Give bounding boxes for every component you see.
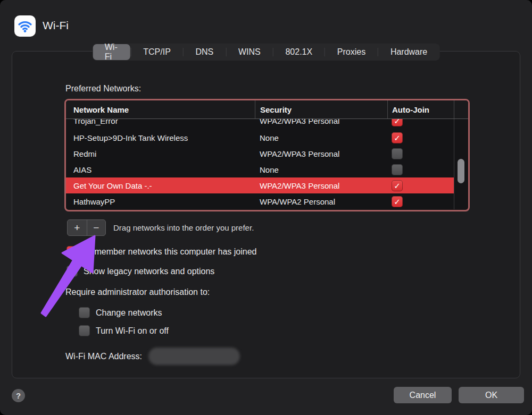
remove-network-button[interactable]: − [87,220,106,235]
security-cell: None [255,165,387,174]
change-networks-checkbox[interactable]: ✓ [79,307,90,318]
table-body: Trojan_Error WPA2/WPA3 Personal ✓ HP-Set… [66,119,468,209]
checkmark-icon: ✓ [69,248,76,256]
ok-button[interactable]: OK [459,387,524,403]
change-networks-option[interactable]: ✓ Change networks [79,307,162,318]
checkmark-icon: ✓ [394,134,401,142]
add-network-button[interactable]: + [68,220,87,235]
network-name-cell: AIAS [66,165,255,174]
turn-wifi-checkbox[interactable]: ✓ [79,325,90,336]
security-cell: WPA2/WPA3 Personal [255,119,387,125]
table-row[interactable]: Redmi WPA2/WPA3 Personal ✓ [66,146,454,162]
table-row[interactable]: AIAS None ✓ [66,162,454,177]
cancel-button[interactable]: Cancel [394,387,452,403]
add-remove-control: + − [67,219,106,236]
legacy-networks-option[interactable]: ✓ Show legacy networks and options [66,266,214,277]
scrollbar-track[interactable] [454,119,468,209]
tab-bar: Wi-Fi TCP/IP DNS WINS 802.1X Proxies Har… [93,44,440,61]
column-header-spacer [454,100,468,118]
legacy-networks-checkbox[interactable]: ✓ [66,266,78,277]
tab-proxies[interactable]: Proxies [325,44,378,61]
drag-hint-text: Drag networks into the order you prefer. [113,223,254,232]
network-name-cell: HP-Setup>9D-Ink Tank Wireless [66,133,255,142]
table-row[interactable]: HathwayPP WPA/WPA2 Personal ✓ [66,193,454,209]
auto-join-checkbox[interactable]: ✓ [392,164,403,175]
tab-hardware[interactable]: Hardware [378,44,439,61]
tab-tcpip[interactable]: TCP/IP [131,44,183,61]
turn-wifi-option[interactable]: ✓ Turn Wi-Fi on or off [79,325,169,336]
tab-dns[interactable]: DNS [183,44,226,61]
table-row[interactable]: Trojan_Error WPA2/WPA3 Personal ✓ [66,119,454,130]
remember-networks-option[interactable]: ✓ Remember networks this computer has jo… [66,246,256,257]
preferred-networks-table: Network Name Security Auto-Join Trojan_E… [64,99,470,211]
column-header-auto-join[interactable]: Auto-Join [387,100,454,118]
wifi-icon [17,18,33,34]
table-row[interactable]: HP-Setup>9D-Ink Tank Wireless None ✓ [66,130,454,146]
turn-wifi-label: Turn Wi-Fi on or off [96,326,169,336]
checkmark-icon: ✓ [394,119,401,125]
security-cell: WPA/WPA2 Personal [255,197,387,206]
window-title: Wi-Fi [43,19,69,32]
admin-authorisation-label: Require administrator authorisation to: [65,287,210,297]
network-name-cell: Redmi [66,149,255,158]
security-cell: None [255,133,387,142]
network-name-cell: Trojan_Error [66,119,255,125]
table-header: Network Name Security Auto-Join [66,100,468,119]
column-header-security[interactable]: Security [255,100,387,118]
remember-networks-label: Remember networks this computer has join… [84,247,256,257]
network-name-cell: HathwayPP [66,197,255,206]
wifi-tab-panel: Preferred Networks: Network Name Securit… [12,51,520,378]
tab-wifi[interactable]: Wi-Fi [93,44,130,60]
mac-address-row: Wi-Fi MAC Address: [65,348,240,365]
table-row-selected[interactable]: Get Your Own Data -.- WPA2/WPA3 Personal… [66,177,454,193]
legacy-networks-label: Show legacy networks and options [84,267,214,276]
auto-join-checkbox[interactable]: ✓ [392,148,403,159]
column-header-network-name[interactable]: Network Name [66,100,255,118]
preferred-networks-label: Preferred Networks: [65,84,141,94]
auto-join-checkbox[interactable]: ✓ [392,180,403,191]
checkmark-icon: ✓ [394,182,401,190]
wifi-app-icon [14,15,36,37]
auto-join-checkbox[interactable]: ✓ [392,132,403,143]
auto-join-checkbox[interactable]: ✓ [392,119,403,126]
change-networks-label: Change networks [96,308,162,318]
tab-wins[interactable]: WINS [226,44,273,61]
auto-join-checkbox[interactable]: ✓ [392,196,403,207]
mac-address-label: Wi-Fi MAC Address: [65,352,142,361]
checkmark-icon: ✓ [394,198,401,206]
wifi-preferences-window: Wi-Fi Wi-Fi TCP/IP DNS WINS 802.1X Proxi… [0,0,532,415]
security-cell: WPA2/WPA3 Personal [255,149,387,158]
help-button[interactable]: ? [12,389,25,402]
tab-8021x[interactable]: 802.1X [273,44,325,61]
security-cell: WPA2/WPA3 Personal [255,181,387,190]
mac-address-redacted [148,348,240,365]
network-name-cell: Get Your Own Data -.- [66,181,255,190]
remember-networks-checkbox[interactable]: ✓ [66,246,78,257]
scrollbar-thumb[interactable] [458,159,464,183]
